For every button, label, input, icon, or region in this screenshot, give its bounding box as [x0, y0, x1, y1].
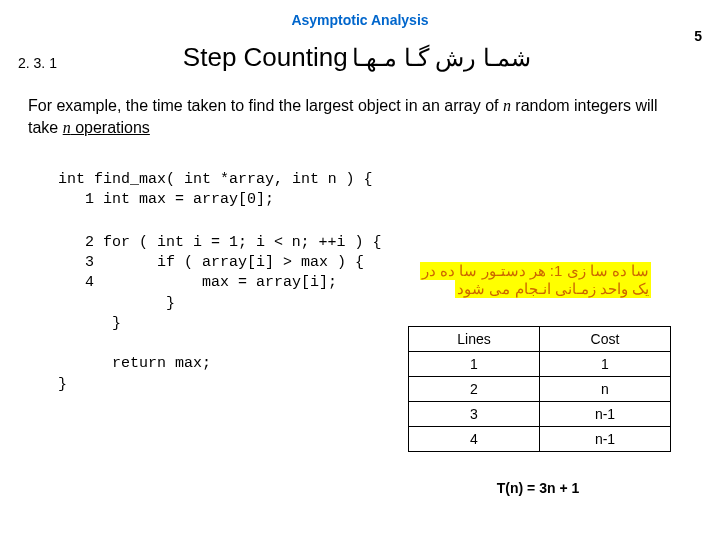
- code-l0b: ) {: [336, 171, 372, 188]
- body-text-1: For example, the time taken to find the …: [28, 97, 503, 114]
- col-lines: Lines: [409, 327, 540, 352]
- table-row: 4 n-1: [409, 427, 671, 452]
- var-n-2: n: [63, 119, 71, 136]
- annotation-line-1: سا ده سا زی 1: هر دستـور سا ده در: [420, 262, 651, 280]
- body-text-3: operations: [71, 119, 150, 136]
- col-cost: Cost: [540, 327, 671, 352]
- cell-line: 2: [409, 377, 540, 402]
- cell-cost: n: [540, 377, 671, 402]
- var-n-1: n: [503, 97, 511, 114]
- table-header-row: Lines Cost: [409, 327, 671, 352]
- cell-cost: 1: [540, 352, 671, 377]
- code-l2b: ; ++i ) {: [300, 234, 381, 251]
- code-l0a: int find_max( int *array, int: [58, 171, 328, 188]
- code-l2a: 2 for ( int i = 1; i <: [58, 234, 292, 251]
- body-paragraph: For example, the time taken to find the …: [28, 95, 692, 138]
- code-l4: 4 max = array[i];: [58, 274, 337, 291]
- table-row: 1 1: [409, 352, 671, 377]
- cell-line: 3: [409, 402, 540, 427]
- code-block: int find_max( int *array, int n ) { 1 in…: [58, 168, 381, 395]
- code-l8: }: [58, 376, 67, 393]
- cell-cost: n-1: [540, 402, 671, 427]
- tn-formula: T(n) = 3n + 1: [408, 480, 668, 496]
- annotation-line-2: یک واحد زمـانی انـجام می شود: [455, 280, 651, 298]
- title-english: Step Counting: [183, 42, 348, 72]
- table-row: 3 n-1: [409, 402, 671, 427]
- title-farsi: شمـا رش گـا مـهـا: [352, 44, 531, 71]
- annotation-block: سا ده سا زی 1: هر دستـور سا ده در یک واح…: [420, 262, 651, 298]
- code-l3: 3 if ( array[i] > max ) {: [58, 254, 364, 271]
- code-l5: }: [58, 295, 175, 312]
- table-row: 2 n: [409, 377, 671, 402]
- cost-table: Lines Cost 1 1 2 n 3 n-1 4 n-1: [408, 326, 671, 452]
- cell-cost: n-1: [540, 427, 671, 452]
- slide-title: Step Counting شمـا رش گـا مـهـا: [0, 42, 720, 73]
- code-l1: 1 int max = array[0];: [58, 191, 274, 208]
- doc-header: Asymptotic Analysis: [0, 0, 720, 28]
- code-l6: }: [58, 315, 121, 332]
- code-l7: return max;: [58, 355, 211, 372]
- cell-line: 4: [409, 427, 540, 452]
- cell-line: 1: [409, 352, 540, 377]
